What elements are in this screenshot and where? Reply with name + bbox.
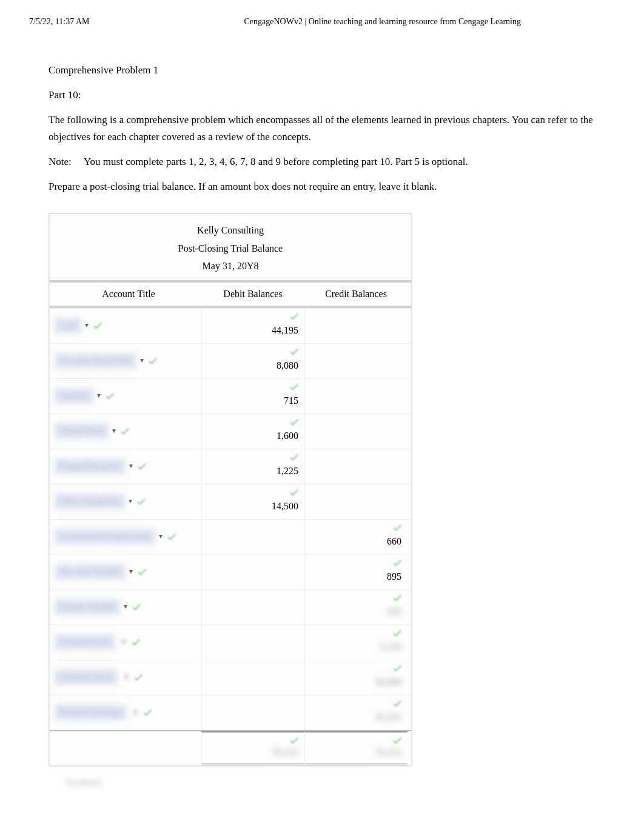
- debit-cell[interactable]: [201, 625, 304, 660]
- account-cell[interactable]: Common Stock▾: [50, 660, 201, 695]
- note-label: Note:: [49, 153, 84, 170]
- debit-cell[interactable]: 715: [201, 379, 304, 414]
- col-debit: Debit Balances: [201, 286, 304, 302]
- credit-value: 3,210: [380, 629, 401, 655]
- debit-cell[interactable]: [201, 520, 304, 554]
- chevron-down-icon[interactable]: ▾: [97, 390, 101, 401]
- chevron-down-icon[interactable]: ▾: [129, 566, 133, 577]
- totals-debit-value: 70,315: [272, 735, 298, 760]
- table-row: Salaries Payable▾325: [50, 589, 411, 625]
- chevron-down-icon[interactable]: ▾: [85, 320, 89, 331]
- chevron-down-icon[interactable]: ▾: [129, 495, 132, 507]
- debit-cell[interactable]: 44,195: [201, 309, 304, 343]
- statement-date: May 31, 20Y8: [55, 257, 406, 275]
- credit-cell[interactable]: [304, 344, 408, 378]
- table-row: Prepaid Rent▾1,600: [50, 414, 411, 449]
- totals-debit-cell[interactable]: 70,315: [201, 731, 304, 765]
- chevron-down-icon[interactable]: ▾: [112, 425, 116, 437]
- table-row: Office Equipment▾14,500: [50, 484, 411, 519]
- account-title-select[interactable]: Office Equipment: [55, 494, 125, 509]
- account-title-select[interactable]: Prepaid Rent: [55, 423, 109, 439]
- account-title-select[interactable]: Accounts Payable: [55, 564, 126, 580]
- chevron-down-icon[interactable]: ▾: [124, 669, 129, 685]
- credit-cell[interactable]: 660: [304, 520, 408, 554]
- check-icon: [130, 637, 141, 648]
- totals-row: 70,31570,315: [50, 730, 411, 765]
- account-cell[interactable]: Accounts Payable▾: [50, 555, 201, 589]
- chevron-down-icon[interactable]: ▾: [121, 634, 127, 650]
- debit-cell[interactable]: [201, 590, 304, 625]
- credit-cell[interactable]: [304, 379, 408, 414]
- column-headers: Account Title Debit Balances Credit Bala…: [50, 283, 411, 308]
- chevron-down-icon[interactable]: ▾: [133, 704, 138, 720]
- check-icon: [142, 707, 153, 718]
- debit-cell[interactable]: [201, 696, 304, 730]
- note-row: Note: You must complete parts 1, 2, 3, 4…: [49, 153, 595, 170]
- table-row: Prepaid Insurance▾1,225: [50, 449, 411, 484]
- credit-cell[interactable]: [304, 485, 408, 519]
- account-cell[interactable]: Salaries Payable▾: [50, 590, 201, 625]
- check-icon: [92, 320, 103, 331]
- table-row: Accounts Receivable▾8,080: [50, 343, 411, 378]
- account-cell[interactable]: Accounts Receivable▾: [50, 344, 201, 378]
- table-row: Accounts Payable▾895: [50, 554, 411, 589]
- account-cell[interactable]: Cash▾: [50, 309, 201, 343]
- account-title-select[interactable]: Retained Earnings: [55, 705, 127, 720]
- account-title-select[interactable]: Unearned Fees: [55, 634, 115, 650]
- print-header: 7/5/22, 11:37 AM CengageNOWv2 | Online t…: [0, 0, 644, 32]
- account-cell[interactable]: Accumulated Depreciation▾: [50, 520, 201, 554]
- credit-value: 325: [387, 594, 401, 620]
- check-icon: [392, 522, 403, 533]
- account-title-select[interactable]: Accumulated Depreciation: [55, 529, 155, 545]
- debit-cell[interactable]: 1,225: [201, 449, 304, 484]
- credit-cell[interactable]: 895: [304, 555, 408, 589]
- credit-cell[interactable]: 3,210: [304, 625, 408, 660]
- check-icon: [136, 566, 147, 577]
- debit-cell[interactable]: 1,600: [201, 414, 304, 449]
- check-icon: [289, 346, 300, 357]
- check-icon: [289, 311, 300, 322]
- account-title-select[interactable]: Common Stock: [55, 669, 118, 685]
- account-title-select[interactable]: Accounts Receivable: [55, 353, 136, 369]
- account-title-select[interactable]: Supplies: [55, 388, 93, 404]
- part-label: Part 10:: [49, 87, 595, 103]
- account-cell[interactable]: Office Equipment▾: [50, 485, 201, 519]
- debit-cell[interactable]: [201, 660, 304, 695]
- check-icon: [104, 391, 115, 401]
- account-cell[interactable]: Supplies▾: [50, 379, 201, 414]
- table-row: Accumulated Depreciation▾660: [50, 519, 411, 554]
- credit-cell[interactable]: [304, 414, 408, 449]
- credit-cell[interactable]: [304, 449, 408, 484]
- check-icon: [289, 487, 300, 498]
- credit-cell[interactable]: 30,000: [304, 660, 408, 695]
- check-icon: [392, 557, 403, 568]
- account-title-select[interactable]: Cash: [55, 318, 81, 334]
- chevron-down-icon[interactable]: ▾: [140, 355, 144, 366]
- credit-value: 30,000: [375, 665, 401, 690]
- chevron-down-icon[interactable]: ▾: [159, 531, 163, 542]
- check-icon: [147, 355, 158, 366]
- debit-cell[interactable]: 8,080: [201, 344, 304, 378]
- check-icon: [136, 496, 147, 507]
- account-title-select[interactable]: Salaries Payable: [55, 599, 120, 615]
- credit-cell[interactable]: 325: [304, 590, 408, 625]
- account-cell[interactable]: Unearned Fees▾: [50, 625, 201, 660]
- credit-cell[interactable]: [304, 309, 408, 343]
- totals-credit-cell[interactable]: 70,315: [304, 731, 408, 765]
- col-account-title: Account Title: [50, 286, 201, 302]
- chevron-down-icon[interactable]: ▾: [129, 460, 133, 472]
- account-cell[interactable]: Retained Earnings▾: [50, 696, 201, 730]
- check-icon: [289, 417, 300, 428]
- chevron-down-icon[interactable]: ▾: [124, 601, 127, 612]
- account-cell[interactable]: Prepaid Insurance▾: [50, 449, 201, 484]
- col-credit: Credit Balances: [304, 286, 408, 302]
- table-title-block: Kelly Consulting Post-Closing Trial Bala…: [50, 214, 411, 283]
- account-cell[interactable]: Prepaid Rent▾: [50, 414, 201, 449]
- table-row: Retained Earnings▾35,225: [50, 695, 411, 730]
- debit-cell[interactable]: [201, 555, 304, 589]
- debit-cell[interactable]: 14,500: [201, 485, 304, 519]
- account-title-select[interactable]: Prepaid Insurance: [55, 458, 126, 474]
- feedback-toggle[interactable]: Feedback: [67, 775, 595, 790]
- table-row: Cash▾44,195: [50, 308, 411, 343]
- credit-cell[interactable]: 35,225: [304, 696, 408, 730]
